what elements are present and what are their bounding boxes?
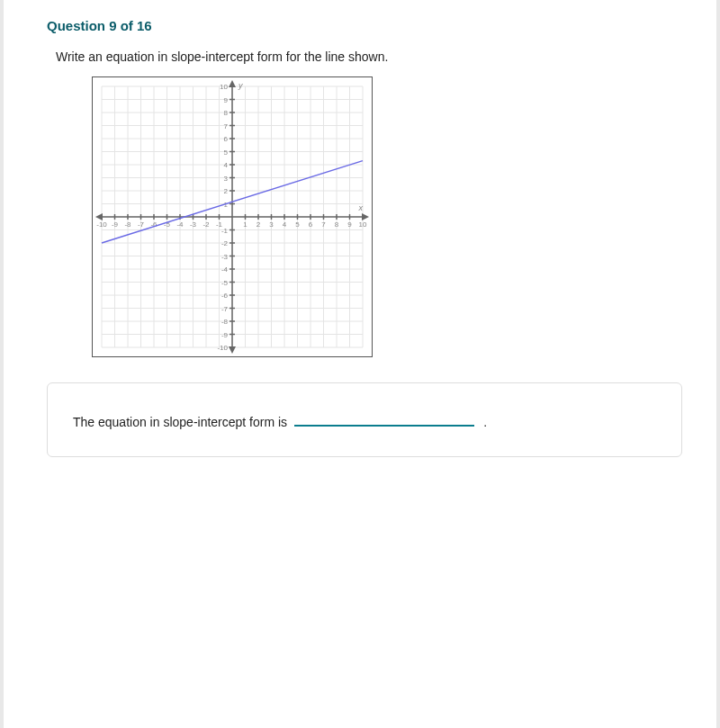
svg-text:-6: -6	[221, 292, 229, 300]
svg-text:1: 1	[243, 220, 248, 229]
svg-marker-125	[95, 213, 103, 220]
svg-text:-2: -2	[221, 239, 229, 247]
answer-input-blank[interactable]	[294, 410, 474, 427]
svg-text:4: 4	[283, 220, 287, 229]
svg-text:-3: -3	[190, 220, 197, 229]
svg-text:-9: -9	[221, 331, 229, 339]
svg-text:3: 3	[224, 175, 229, 183]
svg-text:6: 6	[224, 135, 229, 143]
svg-text:2: 2	[256, 220, 261, 229]
content: Question 9 of 16 Write an equation in sl…	[4, 0, 716, 475]
answer-label: The equation in slope-intercept form is	[73, 415, 287, 429]
svg-text:10: 10	[359, 220, 367, 229]
page: Question 9 of 16 Write an equation in sl…	[0, 0, 720, 728]
svg-text:3: 3	[269, 220, 274, 229]
svg-marker-127	[229, 346, 236, 354]
svg-text:10: 10	[220, 83, 228, 91]
svg-text:6: 6	[309, 220, 313, 229]
question-prompt: Write an equation in slope-intercept for…	[56, 49, 682, 64]
svg-text:-4: -4	[221, 265, 229, 274]
svg-text:-8: -8	[124, 220, 131, 229]
svg-text:-7: -7	[221, 305, 229, 313]
chart-container: -10-9-8-7-6-5-4-3-2-112345678910-10-9-8-…	[92, 76, 682, 361]
svg-text:8: 8	[224, 109, 229, 117]
svg-text:-2: -2	[202, 220, 210, 229]
svg-text:-1: -1	[221, 227, 229, 235]
coordinate-chart: -10-9-8-7-6-5-4-3-2-112345678910-10-9-8-…	[93, 77, 372, 356]
answer-trailing: .	[483, 415, 487, 429]
svg-marker-124	[362, 213, 369, 220]
svg-text:-5: -5	[221, 279, 229, 287]
svg-text:8: 8	[335, 220, 339, 229]
svg-text:5: 5	[295, 220, 300, 229]
svg-text:7: 7	[321, 220, 326, 229]
svg-text:-7: -7	[138, 220, 145, 229]
chart-border: -10-9-8-7-6-5-4-3-2-112345678910-10-9-8-…	[92, 76, 373, 357]
svg-text:x: x	[358, 203, 364, 212]
svg-text:9: 9	[224, 96, 229, 104]
svg-text:-4: -4	[176, 220, 184, 229]
svg-marker-126	[229, 80, 236, 87]
svg-text:5: 5	[224, 148, 229, 157]
svg-text:9: 9	[347, 220, 352, 229]
svg-text:2: 2	[224, 187, 229, 195]
svg-text:7: 7	[224, 122, 229, 130]
svg-text:4: 4	[224, 161, 229, 169]
svg-text:-9: -9	[112, 220, 119, 229]
svg-text:-8: -8	[221, 318, 229, 326]
question-number: Question 9 of 16	[47, 18, 682, 33]
svg-text:-3: -3	[221, 253, 229, 261]
svg-text:-10: -10	[96, 220, 107, 229]
svg-text:y: y	[238, 81, 243, 90]
answer-box: The equation in slope-intercept form is …	[47, 382, 682, 457]
svg-text:-10: -10	[217, 344, 228, 352]
